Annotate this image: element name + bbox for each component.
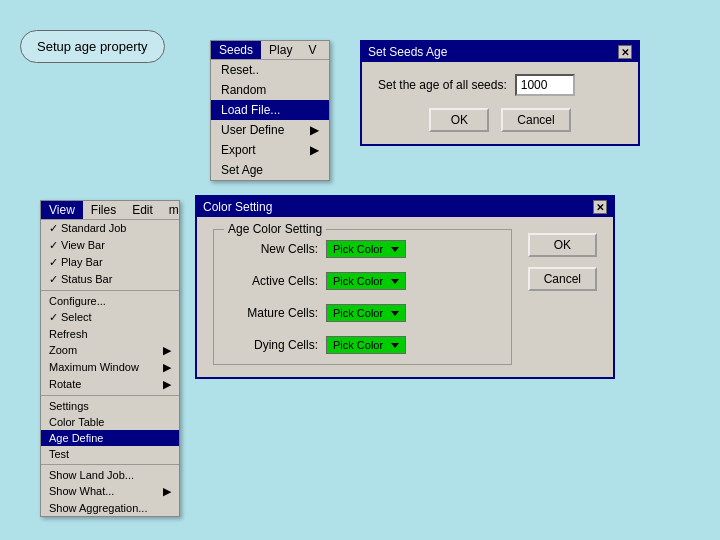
seeds-age-input[interactable] [515, 74, 575, 96]
seeds-age-title: Set Seeds Age [368, 45, 447, 59]
seeds-age-ok-button[interactable]: OK [429, 108, 489, 132]
view-item-rotate[interactable]: Rotate▶ [41, 376, 179, 393]
menu-item-setage[interactable]: Set Age [211, 160, 329, 180]
seeds-menu: Seeds Play V Reset.. Random Load File...… [210, 40, 330, 181]
seeds-age-content: Set the age of all seeds: OK Cancel [362, 62, 638, 144]
color-dialog-titlebar: Color Setting ✕ [197, 197, 613, 217]
view-item-standardjob[interactable]: Standard Job [41, 220, 179, 237]
view-item-settings[interactable]: Settings [41, 398, 179, 414]
setup-label: Setup age property [20, 30, 165, 63]
seeds-age-label: Set the age of all seeds: [378, 78, 507, 92]
dying-cells-pick-color-button[interactable]: Pick Color [326, 336, 406, 354]
view-item-refresh[interactable]: Refresh [41, 326, 179, 342]
view-item-playbar[interactable]: Play Bar [41, 254, 179, 271]
color-dialog-title: Color Setting [203, 200, 272, 214]
view-item-zoom[interactable]: Zoom▶ [41, 342, 179, 359]
view-menubar-m[interactable]: m [161, 201, 187, 219]
color-dialog-content: Age Color Setting New Cells: Pick Color … [197, 217, 613, 377]
seeds-menubar-play[interactable]: Play [261, 41, 300, 59]
seeds-age-row: Set the age of all seeds: [378, 74, 622, 96]
new-cells-label: New Cells: [228, 242, 318, 256]
menu-item-reset[interactable]: Reset.. [211, 60, 329, 80]
view-menubar-view[interactable]: View [41, 201, 83, 219]
new-cells-row: New Cells: Pick Color [228, 240, 497, 258]
view-item-showaggregation[interactable]: Show Aggregation... [41, 500, 179, 516]
view-item-select[interactable]: Select [41, 309, 179, 326]
menu-item-export[interactable]: Export ▶ [211, 140, 329, 160]
color-dialog-ok-button[interactable]: OK [528, 233, 597, 257]
view-item-viewbar[interactable]: View Bar [41, 237, 179, 254]
view-item-colortable[interactable]: Color Table [41, 414, 179, 430]
view-item-maxwindow[interactable]: Maximum Window▶ [41, 359, 179, 376]
dying-cells-label: Dying Cells: [228, 338, 318, 352]
new-cells-dropdown-arrow [391, 247, 399, 252]
mature-cells-label: Mature Cells: [228, 306, 318, 320]
color-dialog-side-buttons: OK Cancel [528, 229, 597, 365]
mature-cells-pick-color-button[interactable]: Pick Color [326, 304, 406, 322]
seeds-age-titlebar: Set Seeds Age ✕ [362, 42, 638, 62]
menu-item-random[interactable]: Random [211, 80, 329, 100]
active-cells-label: Active Cells: [228, 274, 318, 288]
active-cells-row: Active Cells: Pick Color [228, 272, 497, 290]
view-menubar-edit[interactable]: Edit [124, 201, 161, 219]
divider2 [41, 395, 179, 396]
seeds-age-dialog: Set Seeds Age ✕ Set the age of all seeds… [360, 40, 640, 146]
age-color-legend: Age Color Setting [224, 222, 326, 236]
view-menubar-files[interactable]: Files [83, 201, 124, 219]
active-cells-dropdown-arrow [391, 279, 399, 284]
seeds-menubar-seeds[interactable]: Seeds [211, 41, 261, 59]
menu-item-userdefine[interactable]: User Define ▶ [211, 120, 329, 140]
view-item-test[interactable]: Test [41, 446, 179, 462]
new-cells-pick-color-button[interactable]: Pick Color [326, 240, 406, 258]
divider1 [41, 290, 179, 291]
mature-cells-dropdown-arrow [391, 311, 399, 316]
mature-cells-row: Mature Cells: Pick Color [228, 304, 497, 322]
view-menubar[interactable]: View Files Edit m [41, 201, 179, 220]
active-cells-pick-color-button[interactable]: Pick Color [326, 272, 406, 290]
view-item-showlandjob[interactable]: Show Land Job... [41, 467, 179, 483]
seeds-age-buttons: OK Cancel [378, 108, 622, 132]
dying-cells-row: Dying Cells: Pick Color [228, 336, 497, 354]
seeds-menubar-v[interactable]: V [300, 41, 324, 59]
seeds-menubar[interactable]: Seeds Play V [211, 41, 329, 60]
view-menu: View Files Edit m Standard Job View Bar … [40, 200, 180, 517]
seeds-age-cancel-button[interactable]: Cancel [501, 108, 570, 132]
color-setting-dialog: Color Setting ✕ Age Color Setting New Ce… [195, 195, 615, 379]
color-dialog-close-button[interactable]: ✕ [593, 200, 607, 214]
seeds-age-close-button[interactable]: ✕ [618, 45, 632, 59]
menu-item-loadfile[interactable]: Load File... [211, 100, 329, 120]
view-item-statusbar[interactable]: Status Bar [41, 271, 179, 288]
age-color-group: Age Color Setting New Cells: Pick Color … [213, 229, 512, 365]
divider3 [41, 464, 179, 465]
dying-cells-dropdown-arrow [391, 343, 399, 348]
color-dialog-cancel-button[interactable]: Cancel [528, 267, 597, 291]
view-item-agedefine[interactable]: Age Define [41, 430, 179, 446]
view-item-configure[interactable]: Configure... [41, 293, 179, 309]
view-item-showwhat[interactable]: Show What...▶ [41, 483, 179, 500]
